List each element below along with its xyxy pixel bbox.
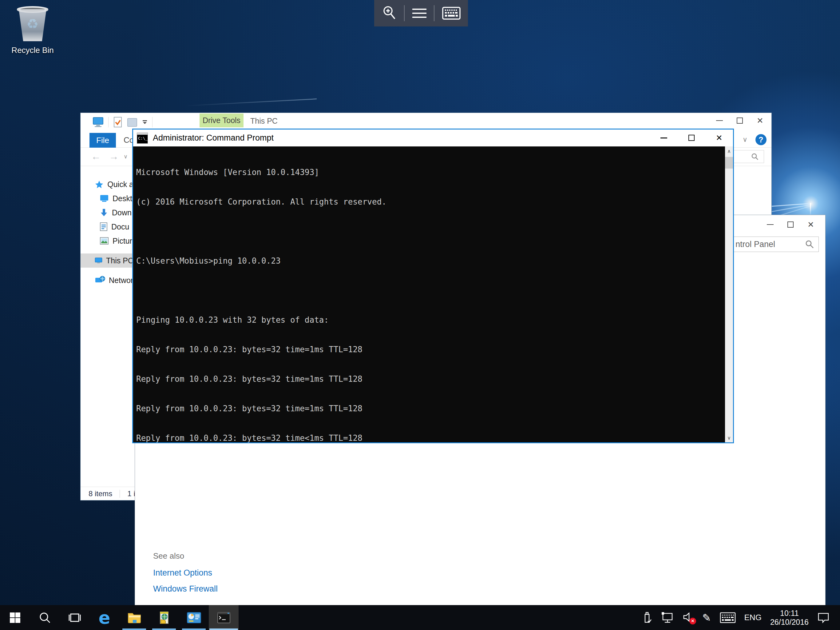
sidebar-item-documents[interactable]: Docu [81, 220, 133, 234]
explorer-window-controls [709, 114, 770, 128]
downloads-icon [99, 208, 108, 217]
scroll-up-icon[interactable] [725, 146, 733, 156]
folder-icon[interactable] [127, 117, 137, 127]
desktop-icon [99, 195, 109, 203]
separator [108, 117, 109, 127]
cmd-console-output: Microsoft Windows [Version 10.0.14393] (… [133, 146, 725, 442]
sidebar-item-desktop[interactable]: Deskt [81, 192, 133, 206]
wallpaper-light-beam [185, 98, 317, 106]
zoom-in-icon[interactable] [382, 5, 396, 21]
pictures-icon [99, 237, 109, 245]
this-pc-icon [95, 256, 103, 265]
minimize-button[interactable] [760, 217, 780, 232]
recycle-bin-label: Recycle Bin [8, 46, 57, 55]
scrollbar-thumb[interactable] [725, 157, 733, 169]
edge-button[interactable] [90, 605, 119, 630]
explorer-sidebar: Quick a Deskt Down Docu [81, 166, 133, 487]
windows-logo-icon [9, 612, 21, 624]
explorer-window-title: This PC [250, 117, 278, 125]
back-arrow-icon[interactable] [91, 151, 101, 162]
control-panel-button[interactable] [179, 605, 209, 630]
language-indicator[interactable]: ENG [744, 613, 762, 622]
quick-access-toolbar [92, 117, 153, 128]
search-value: ntrol Panel [736, 240, 805, 249]
cmd-window-controls [650, 131, 733, 145]
clock-date: 26/10/2016 [770, 618, 808, 627]
checked-document-icon[interactable] [113, 117, 123, 128]
search-icon [39, 611, 51, 624]
edge-icon [99, 609, 111, 626]
separator [404, 5, 405, 21]
start-button[interactable] [0, 605, 30, 630]
maximize-button[interactable] [780, 217, 801, 232]
file-explorer-button[interactable] [119, 605, 149, 630]
chevron-down-icon[interactable] [123, 153, 128, 160]
documents-icon [99, 222, 107, 231]
cmd-icon [217, 612, 231, 624]
task-view-icon [68, 612, 82, 623]
clock-time: 10:11 [770, 609, 808, 618]
control-panel-window-controls [760, 217, 821, 232]
minimize-button[interactable] [709, 114, 729, 128]
usb-device-icon[interactable] [643, 611, 652, 624]
this-pc-icon[interactable] [92, 117, 104, 127]
see-also-label: See also [153, 551, 218, 561]
see-also-section: See also Internet Options Windows Firewa… [153, 551, 218, 600]
taskbar-search-button[interactable] [30, 605, 60, 630]
installer-icon [158, 611, 171, 625]
keyboard-icon[interactable] [442, 7, 461, 20]
close-button[interactable] [801, 217, 821, 232]
command-prompt-window: Administrator: Command Prompt Microsoft … [132, 128, 734, 443]
taskbar: ENG 10:11 26/10/2016 [0, 605, 840, 630]
installer-button[interactable] [149, 605, 179, 630]
taskbar-clock[interactable]: 10:11 26/10/2016 [770, 609, 808, 627]
recycle-bin-icon [16, 4, 49, 44]
cmd-button[interactable] [209, 605, 238, 630]
search-icon [805, 240, 814, 249]
sidebar-item-quick-access[interactable]: Quick a [81, 177, 133, 192]
remote-viewer-toolbar [374, 0, 468, 27]
audio-muted-icon[interactable] [682, 611, 694, 624]
sidebar-item-network[interactable]: Networ [81, 273, 133, 287]
menu-icon[interactable] [412, 9, 426, 18]
sidebar-item-downloads[interactable]: Down [81, 206, 133, 220]
maximize-button[interactable] [677, 131, 705, 145]
separator [120, 490, 120, 498]
action-center-icon[interactable] [817, 612, 829, 623]
network-icon [95, 276, 105, 285]
internet-options-link[interactable]: Internet Options [153, 568, 218, 578]
quick-access-star-icon [95, 180, 104, 188]
mute-badge [689, 618, 696, 624]
search-icon [751, 153, 759, 161]
drive-tools-contextual-tab[interactable]: Drive Tools [199, 114, 243, 127]
task-view-button[interactable] [60, 605, 90, 630]
system-tray: ENG 10:11 26/10/2016 [643, 605, 840, 630]
close-button[interactable] [750, 114, 770, 128]
qat-dropdown-icon[interactable] [142, 120, 148, 125]
sidebar-item-this-pc[interactable]: This PC [81, 253, 133, 268]
network-monitor-icon[interactable] [660, 611, 674, 624]
chevron-down-icon[interactable] [742, 136, 747, 144]
control-panel-icon [186, 612, 201, 624]
file-explorer-icon [127, 611, 142, 624]
pen-input-icon[interactable] [702, 611, 711, 624]
maximize-button[interactable] [729, 114, 750, 128]
wallpaper-light-beam [810, 203, 811, 216]
minimize-button[interactable] [650, 131, 677, 145]
scroll-down-icon[interactable] [725, 433, 733, 442]
cmd-window-title: Administrator: Command Prompt [153, 133, 274, 143]
sidebar-item-pictures[interactable]: Pictur [81, 234, 133, 248]
touch-keyboard-icon[interactable] [720, 612, 736, 623]
windows-firewall-link[interactable]: Windows Firewall [153, 584, 218, 594]
cmd-icon [137, 133, 148, 144]
help-icon[interactable] [755, 134, 766, 145]
cmd-titlebar[interactable]: Administrator: Command Prompt [133, 130, 733, 146]
tab-file[interactable]: File [90, 133, 116, 148]
items-count: 8 items [88, 489, 112, 498]
separator [434, 5, 434, 21]
recycle-bin-shortcut[interactable]: Recycle Bin [8, 4, 57, 55]
cmd-scrollbar[interactable] [725, 146, 733, 442]
close-button[interactable] [705, 131, 733, 145]
separator [152, 117, 153, 127]
forward-arrow-icon[interactable] [109, 151, 119, 162]
